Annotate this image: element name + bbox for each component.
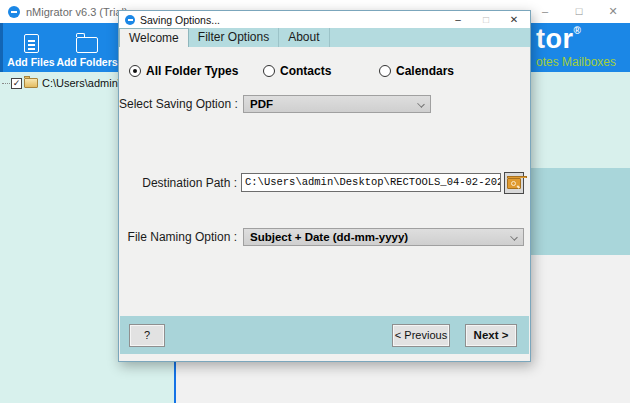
previous-button[interactable]: < Previous — [392, 324, 450, 347]
footer-nav-buttons: < Previous Next > — [392, 324, 517, 347]
radio-calendars[interactable]: Calendars — [379, 64, 454, 78]
tree-checkbox[interactable]: ✓ — [11, 78, 22, 89]
file-naming-row: File Naming Option : Subject + Date (dd-… — [119, 228, 530, 248]
next-button[interactable]: Next > — [465, 324, 517, 347]
dialog-close-icon[interactable]: ✕ — [500, 11, 528, 28]
tab-welcome[interactable]: Welcome — [119, 28, 189, 47]
brand-name-fragment: tor® — [536, 26, 616, 53]
maximize-icon[interactable]: □ — [562, 0, 596, 22]
app-screen: nMigrator v6.3 (Trial) – □ ✕ Add Files A… — [0, 0, 630, 403]
tree-connector — [2, 83, 10, 84]
brand-tagline: otes Mailboxes — [536, 56, 616, 68]
folder-icon — [76, 37, 98, 53]
saving-options-dialog: Saving Options... – □ ✕ Welcome Filter O… — [118, 10, 531, 362]
destination-path-input[interactable]: C:\Users\admin\Desktop\RECTOOLS_04-02-20… — [241, 173, 501, 192]
radio-all-folder-types[interactable]: All Folder Types — [129, 64, 238, 78]
dialog-app-icon — [125, 15, 135, 25]
destination-path-label: Destination Path : — [119, 176, 237, 190]
folder-type-radio-group: All Folder Types Contacts Calendars — [119, 64, 530, 80]
radio-contacts[interactable]: Contacts — [263, 64, 331, 78]
trademark-symbol: ® — [574, 25, 582, 36]
saving-option-dropdown[interactable]: PDF — [243, 95, 431, 113]
dialog-footer: ? < Previous Next > — [120, 316, 529, 354]
radio-circle — [379, 65, 391, 77]
dialog-tabstrip: Welcome Filter Options About — [119, 28, 530, 47]
dialog-titlebar: Saving Options... – □ ✕ — [119, 11, 530, 28]
brand-logo: tor® otes Mailboxes — [536, 26, 616, 68]
main-window-title: nMigrator v6.3 (Trial) — [26, 6, 128, 18]
chevron-down-icon — [510, 233, 518, 241]
dialog-body: All Folder Types Contacts Calendars Sele… — [119, 47, 530, 316]
add-files-button[interactable]: Add Files — [3, 23, 59, 72]
main-window-controls: – □ ✕ — [528, 0, 630, 22]
help-button[interactable]: ? — [129, 324, 165, 347]
tab-filter-options[interactable]: Filter Options — [189, 28, 279, 47]
destination-path-row: Destination Path : C:\Users\admin\Deskto… — [119, 172, 530, 196]
folder-search-icon — [507, 178, 521, 189]
file-icon — [24, 34, 39, 53]
browse-button[interactable] — [504, 172, 524, 194]
minimize-icon[interactable]: – — [528, 0, 562, 22]
file-naming-dropdown[interactable]: Subject + Date (dd-mm-yyyy) — [243, 228, 524, 246]
dialog-maximize-icon[interactable]: □ — [472, 11, 500, 28]
dialog-window-controls: – □ ✕ — [444, 11, 528, 28]
file-naming-label: File Naming Option : — [119, 230, 237, 244]
add-folders-button[interactable]: Add Folders — [59, 23, 115, 72]
tree-folder-icon — [24, 78, 38, 88]
dialog-minimize-icon[interactable]: – — [444, 11, 472, 28]
saving-option-row: Select Saving Option : PDF — [119, 95, 530, 115]
saving-option-label: Select Saving Option : — [119, 97, 237, 111]
app-logo-icon — [8, 6, 20, 18]
radio-circle — [263, 65, 275, 77]
chevron-down-icon — [417, 100, 425, 108]
dialog-title: Saving Options... — [140, 14, 220, 26]
close-icon[interactable]: ✕ — [596, 0, 630, 22]
tab-about[interactable]: About — [279, 28, 329, 47]
radio-circle — [129, 65, 141, 77]
